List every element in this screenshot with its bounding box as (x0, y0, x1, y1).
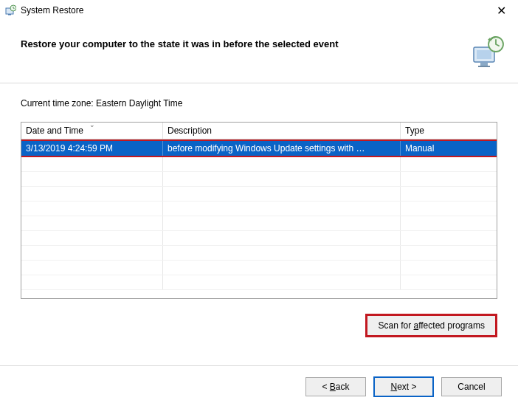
table-row[interactable] (21, 246, 497, 261)
close-icon[interactable]: ✕ (491, 4, 512, 18)
scan-area: Scan for affected programs (21, 314, 497, 337)
cell-description: before modifying Windows Update settings… (163, 141, 401, 156)
scan-affected-programs-button[interactable]: Scan for affected programs (365, 314, 497, 337)
table-row[interactable] (21, 187, 497, 202)
table-body: 3/13/2019 4:24:59 PM before modifying Wi… (21, 140, 497, 290)
back-button[interactable]: < Back (305, 377, 366, 396)
svg-rect-6 (478, 66, 490, 67)
restore-points-table: ⌄ Date and Time Description Type 3/13/20… (21, 122, 497, 299)
column-header-description[interactable]: Description (163, 123, 401, 139)
wizard-header: Restore your computer to the state it wa… (0, 21, 518, 83)
table-header: ⌄ Date and Time Description Type (21, 123, 497, 140)
cell-datetime: 3/13/2019 4:24:59 PM (21, 141, 163, 156)
wizard-footer: < Back Next > Cancel (0, 366, 518, 407)
svg-rect-1 (8, 14, 11, 16)
restore-hero-icon (469, 34, 505, 69)
button-hotkey: N (390, 382, 397, 392)
svg-rect-4 (477, 50, 491, 59)
table-row[interactable] (21, 216, 497, 231)
button-hotkey: B (330, 382, 336, 392)
table-row[interactable]: 3/13/2019 4:24:59 PM before modifying Wi… (21, 140, 497, 157)
button-label-prefix: Scan for (378, 320, 413, 331)
column-header-datetime[interactable]: ⌄ Date and Time (21, 123, 163, 139)
next-button[interactable]: Next > (373, 376, 434, 397)
button-label-prefix: < (322, 382, 329, 392)
button-label-suffix: ack (336, 382, 350, 392)
instruction-text: Restore your computer to the state it wa… (21, 34, 463, 49)
button-label: Cancel (457, 382, 485, 392)
cell-type: Manual (401, 141, 497, 156)
cancel-button[interactable]: Cancel (441, 377, 502, 396)
chevron-down-icon: ⌄ (89, 121, 95, 128)
table-row[interactable] (21, 172, 497, 187)
table-row[interactable] (21, 261, 497, 275)
restore-icon (4, 4, 16, 16)
column-label: Date and Time (26, 125, 83, 136)
button-label-suffix: ffected programs (418, 320, 485, 331)
window-title: System Restore (21, 5, 491, 16)
table-row[interactable] (21, 157, 497, 172)
table-row[interactable] (21, 275, 497, 290)
button-label-suffix: ext > (397, 382, 416, 392)
column-header-type[interactable]: Type (401, 123, 497, 139)
titlebar: System Restore ✕ (0, 0, 518, 21)
table-row[interactable] (21, 231, 497, 246)
column-label: Type (405, 125, 424, 136)
svg-rect-5 (480, 63, 488, 66)
column-label: Description (168, 125, 212, 136)
table-row[interactable] (21, 202, 497, 216)
wizard-content: Current time zone: Eastern Daylight Time… (0, 83, 518, 345)
timezone-label: Current time zone: Eastern Daylight Time (21, 98, 497, 109)
